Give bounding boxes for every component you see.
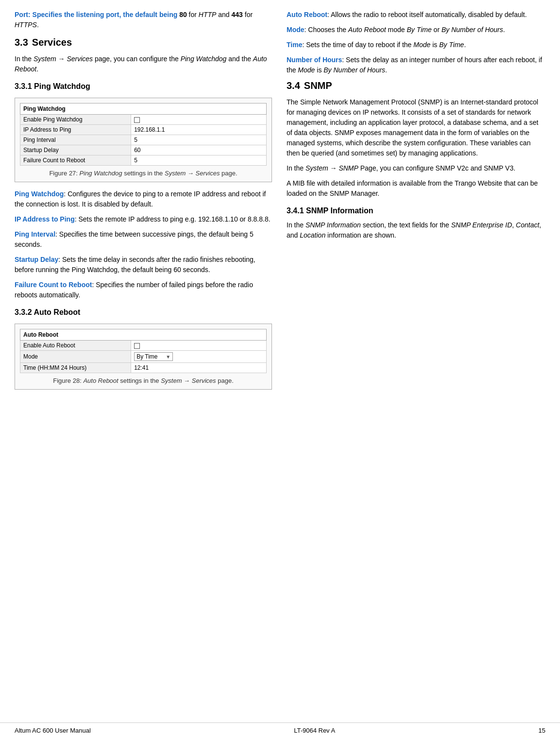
section-33-body2: page, you can configure the [93, 55, 181, 63]
mode-desc: : Chooses the [305, 26, 348, 34]
subsection-341-num: 3.4.1 [287, 206, 304, 215]
snmp-info-end: information are shown. [325, 231, 396, 239]
ping-watchdog-table-title: Ping Watchdog [20, 103, 267, 115]
fig27-caption-italic: Ping Watchdog [80, 170, 122, 177]
subsection-331-title: Ping Watchdog [34, 82, 90, 90]
mode-desc4: . [503, 26, 505, 34]
section-33-services: Services [67, 55, 93, 63]
numhours-mode: Mode [298, 66, 315, 74]
ip-address-desc: : Sets the remote IP address to ping e.g… [75, 215, 271, 223]
section-33-heading: 3.3 Services [15, 37, 272, 48]
section-33-ping: Ping Watchdog [181, 55, 227, 63]
time-para: Time: Sets the time of day to reboot if … [287, 40, 544, 50]
ping-watchdog-term: Ping Watchdog [15, 190, 64, 198]
numhours-para: Number of Hours: Sets the delay as an in… [287, 55, 544, 75]
enable-ping-checkbox[interactable] [134, 117, 140, 123]
time-desc3: . [464, 41, 466, 49]
mode-select-text: By Time [136, 353, 157, 360]
section-34-heading: 3.4 SNMP [287, 80, 544, 91]
time-label-cell: Time (HH:MM 24 Hours) [20, 363, 131, 373]
auto-reboot-table: Auto Reboot Enable Auto Reboot Mode By T… [20, 329, 267, 373]
ip-address-label: IP Address to Ping [20, 125, 131, 135]
snmp-info-para: In the SNMP Information section, the tex… [287, 220, 544, 240]
snmp-info-enterprise: SNMP Enterprise ID [451, 221, 512, 229]
subsection-341-heading: 3.4.1 SNMP Information [287, 206, 544, 215]
snmp-info-location: Location [300, 231, 325, 239]
footer: Altum AC 600 User Manual LT-9064 Rev A 1… [0, 722, 560, 738]
numhours-desc2: is [315, 66, 323, 74]
subsection-332-title: Auto Reboot [34, 308, 80, 316]
port-and: and [216, 11, 231, 18]
ping-interval-value: 5 [131, 135, 267, 145]
failure-count-term: Failure Count to Reboot [15, 281, 92, 289]
port-for-http: for [187, 11, 199, 18]
ping-interval-label: Ping Interval [20, 135, 131, 145]
enable-ping-label: Enable Ping Watchdog [20, 115, 131, 125]
fig28-caption-end: page. [216, 377, 234, 384]
ping-watchdog-table: Ping Watchdog Enable Ping Watchdog IP Ad… [20, 103, 267, 166]
intro-paragraph: Port: Specifies the listening port, the … [15, 10, 272, 30]
port-80: 80 [179, 11, 187, 18]
failure-count-para: Failure Count to Reboot: Specifies the n… [15, 280, 272, 300]
snmp-body1: The Simple Network Management Protocol (… [287, 97, 544, 158]
fig27-caption-system: System [165, 170, 186, 177]
table-row: Time (HH:MM 24 Hours) 12:41 [20, 363, 267, 373]
snmp-info-comma: , [512, 221, 516, 229]
mode-bytime: By Time [407, 26, 432, 34]
numhours-byhours: By Number of Hours [323, 66, 385, 74]
table-row: Startup Delay 60 [20, 145, 267, 155]
snmp-body3: A MIB file with detailed information is … [287, 178, 544, 199]
snmp-body2-snmp: SNMP [339, 164, 358, 172]
fig28-caption-pre: Figure 28: [53, 377, 83, 384]
time-term: Time [287, 41, 302, 49]
mode-byhours: By Number of Hours [441, 26, 503, 34]
left-column: Port: Specifies the listening port, the … [15, 10, 272, 713]
autoreboot-term: Auto Reboot [287, 11, 327, 18]
ping-interval-term: Ping Interval [15, 230, 55, 238]
autoreboot-desc: : Allows the radio to reboot itself auto… [327, 11, 527, 18]
section-33-body4: . [36, 65, 38, 73]
mode-para: Mode: Chooses the Auto Reboot mode By Ti… [287, 25, 544, 35]
right-column: Auto Reboot: Allows the radio to reboot … [287, 10, 544, 713]
footer-right: 15 [539, 727, 545, 734]
fig28-caption-system: System [161, 377, 182, 384]
snmp-body2: In the System → SNMP Page, you can confi… [287, 163, 544, 173]
ping-interval-para: Ping Interval: Specifies the time betwee… [15, 229, 272, 250]
snmp-body2-arrow: → [330, 164, 337, 172]
section-33-num: 3.3 [15, 37, 28, 48]
table-row: Enable Ping Watchdog [20, 115, 267, 125]
enable-autoreboot-checkbox[interactable] [134, 343, 140, 349]
snmp-body2-pre: In the [287, 164, 305, 172]
time-bytime: By Time [439, 41, 464, 49]
time-desc2: is [430, 41, 439, 49]
startup-delay-term: Startup Delay [15, 256, 58, 263]
fig28-caption-italic: Auto Reboot [83, 377, 118, 384]
startup-delay-label: Startup Delay [20, 145, 131, 155]
subsection-341-title: SNMP Information [306, 206, 373, 215]
mode-desc3: or [432, 26, 441, 34]
time-mode: Mode [413, 41, 430, 49]
numhours-term: Number of Hours [287, 56, 342, 64]
subsection-331-heading: 3.3.1 Ping Watchdog [15, 82, 272, 91]
section-34-title: SNMP [304, 80, 332, 91]
mode-label: Mode [20, 351, 131, 363]
fig27-caption-pre: Figure 27: [49, 170, 79, 177]
mode-autoreboot: Auto Reboot [348, 26, 386, 34]
fig28-caption: Figure 28: Auto Reboot settings in the S… [20, 377, 267, 384]
fig27-caption-arrow: → [187, 170, 194, 177]
subsection-332-num: 3.3.2 [15, 308, 32, 316]
autoreboot-para: Auto Reboot: Allows the radio to reboot … [287, 10, 544, 20]
ip-address-value: 192.168.1.1 [131, 125, 267, 135]
startup-delay-value: 60 [131, 145, 267, 155]
snmp-info-post: section, the text fields for the [361, 221, 451, 229]
content-area: Port: Specifies the listening port, the … [0, 0, 560, 722]
section-33-body: In the System → Services page, you can c… [15, 54, 272, 74]
subsection-332-heading: 3.3.2 Auto Reboot [15, 308, 272, 317]
ip-address-term: IP Address to Ping [15, 215, 75, 223]
port-end: . [37, 21, 39, 29]
mode-select[interactable]: By Time ▼ [134, 352, 173, 361]
section-33-arrow: → [58, 55, 65, 63]
section-33-body-pre: In the [15, 55, 34, 63]
failure-count-label: Failure Count to Reboot [20, 155, 131, 166]
fig27-caption-post: settings in the [122, 170, 165, 177]
